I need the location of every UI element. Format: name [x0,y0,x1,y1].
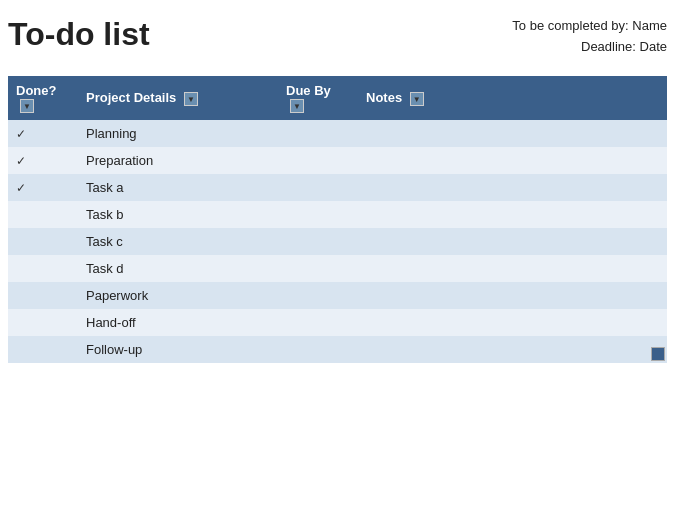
table-row: Task c [8,228,667,255]
cell-dueby [278,336,358,363]
cell-project: Hand-off [78,309,278,336]
cell-notes [358,120,667,147]
page-title: To-do list [8,16,150,53]
cell-done [8,336,78,363]
meta-deadline: Deadline: Date [512,37,667,58]
checkmark-icon: ✓ [16,127,26,141]
cell-project: Task d [78,255,278,282]
cell-done [8,255,78,282]
cell-done: ✓ [8,120,78,147]
cell-dueby [278,120,358,147]
cell-notes [358,282,667,309]
cell-done: ✓ [8,174,78,201]
filter-project-icon[interactable]: ▼ [184,92,198,106]
table-header-row: Done? ▼ Project Details ▼ Due By ▼ Notes… [8,76,667,121]
cell-project: Paperwork [78,282,278,309]
cell-done [8,228,78,255]
meta-assignee: To be completed by: Name [512,16,667,37]
checkmark-icon: ✓ [16,154,26,168]
cell-notes [358,255,667,282]
cell-project: Follow-up [78,336,278,363]
cell-project: Preparation [78,147,278,174]
filter-dueby-icon[interactable]: ▼ [290,99,304,113]
page-header: To-do list To be completed by: Name Dead… [8,16,667,58]
cell-done: ✓ [8,147,78,174]
cell-notes [358,336,667,363]
cell-notes [358,201,667,228]
meta-info: To be completed by: Name Deadline: Date [512,16,667,58]
table-row: Paperwork [8,282,667,309]
cell-notes [358,174,667,201]
table-row: Hand-off [8,309,667,336]
table-row: Follow-up [8,336,667,363]
cell-dueby [278,147,358,174]
cell-dueby [278,201,358,228]
cell-project: Task a [78,174,278,201]
table-row: Task b [8,201,667,228]
cell-done [8,282,78,309]
cell-dueby [278,228,358,255]
cell-dueby [278,255,358,282]
cell-project: Task c [78,228,278,255]
cell-dueby [278,282,358,309]
col-header-dueby: Due By ▼ [278,76,358,121]
cell-notes [358,309,667,336]
cell-project: Planning [78,120,278,147]
filter-notes-icon[interactable]: ▼ [410,92,424,106]
col-header-notes: Notes ▼ [358,76,667,121]
checkmark-icon: ✓ [16,181,26,195]
table-row: ✓Task a [8,174,667,201]
table-row: ✓Planning [8,120,667,147]
col-header-project: Project Details ▼ [78,76,278,121]
cell-done [8,309,78,336]
cell-notes [358,147,667,174]
col-header-done: Done? ▼ [8,76,78,121]
filter-done-icon[interactable]: ▼ [20,99,34,113]
cell-notes [358,228,667,255]
table-row: ✓Preparation [8,147,667,174]
table-row: Task d [8,255,667,282]
scroll-indicator[interactable] [651,347,665,361]
todo-table: Done? ▼ Project Details ▼ Due By ▼ Notes… [8,76,667,364]
cell-dueby [278,309,358,336]
cell-dueby [278,174,358,201]
cell-project: Task b [78,201,278,228]
cell-done [8,201,78,228]
table-body: ✓Planning✓Preparation✓Task aTask bTask c… [8,120,667,363]
